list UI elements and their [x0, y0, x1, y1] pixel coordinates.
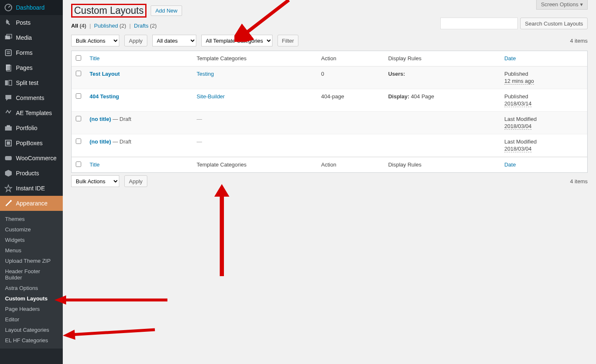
- apply-bulk-button[interactable]: Apply: [124, 35, 147, 46]
- row-category: —: [197, 138, 202, 145]
- portfolio-icon: [4, 124, 13, 132]
- col-action: Action: [317, 51, 384, 67]
- sidebar-item-label: Products: [16, 170, 39, 177]
- rules-label: Display:: [388, 93, 409, 100]
- submenu-item-editor[interactable]: Editor: [0, 314, 63, 325]
- sidebar-item-portfolio[interactable]: Portfolio: [0, 120, 63, 136]
- sidebar-item-forms[interactable]: Forms: [0, 45, 63, 60]
- table-row: 404 TestingSite-Builder404-pageDisplay: …: [72, 89, 587, 112]
- sidebar-item-woocommerce[interactable]: WooCommerce: [0, 151, 63, 166]
- row-action: 0: [321, 71, 324, 77]
- dates-filter-select[interactable]: All dates: [152, 35, 196, 46]
- submenu-item-layout-categories[interactable]: Layout Categories: [0, 325, 63, 335]
- chevron-down-icon: ▾: [580, 1, 583, 8]
- submenu-item-customize[interactable]: Customize: [0, 224, 63, 235]
- forms-icon: [4, 49, 13, 57]
- sidebar-item-pages[interactable]: Pages: [0, 60, 63, 75]
- svg-rect-12: [7, 125, 10, 127]
- comments-icon: [4, 94, 13, 102]
- submenu-item-upload-theme-zip[interactable]: Upload Theme ZIP: [0, 256, 63, 266]
- col-rules: Display Rules: [384, 51, 500, 67]
- search-input[interactable]: [440, 18, 518, 29]
- sidebar-item-label: PopBoxes: [16, 140, 43, 146]
- sidebar-item-label: Forms: [16, 49, 33, 56]
- sidebar-item-comments[interactable]: Comments: [0, 90, 63, 105]
- pages-icon: [4, 64, 13, 72]
- content-area: Screen Options ▾ Search Custom Layouts C…: [63, 0, 596, 364]
- search-button[interactable]: Search Custom Layouts: [520, 18, 588, 29]
- split-icon: [4, 79, 13, 87]
- col-date[interactable]: Date: [500, 51, 587, 67]
- posts-table: Title Template Categories Action Display…: [71, 51, 588, 173]
- table-row: Test LayoutTesting0Users:Published12 min…: [72, 67, 587, 89]
- sidebar-item-split-test[interactable]: Split test: [0, 75, 63, 90]
- row-title-suffix: — Draft: [111, 138, 131, 145]
- svg-line-1: [8, 6, 10, 8]
- items-count-bottom: 4 items: [570, 178, 588, 185]
- submenu-item-header-footer-builder[interactable]: Header Footer Builder: [0, 266, 63, 283]
- add-new-button[interactable]: Add New: [151, 5, 182, 16]
- sidebar-item-label: Dashboard: [16, 4, 45, 11]
- date-timestamp: 2018/03/14: [504, 100, 532, 107]
- select-all-checkbox-bottom[interactable]: [76, 161, 81, 167]
- sidebar-item-dashboard[interactable]: Dashboard: [0, 0, 63, 15]
- submenu-item-astra-options[interactable]: Astra Options: [0, 283, 63, 293]
- search-area: Search Custom Layouts: [440, 18, 588, 29]
- sidebar-item-label: Split test: [16, 79, 39, 86]
- submenu-item-page-headers[interactable]: Page Headers: [0, 304, 63, 314]
- sidebar-item-media[interactable]: Media: [0, 30, 63, 45]
- sidebar-item-ae-templates[interactable]: AE Templates: [0, 105, 63, 120]
- row-action: 404-page: [321, 93, 344, 100]
- bulk-actions-select[interactable]: Bulk Actions: [71, 35, 119, 46]
- col-categories-foot: Template Categories: [193, 157, 317, 172]
- svg-point-16: [10, 200, 12, 202]
- row-checkbox[interactable]: [76, 138, 81, 144]
- row-checkbox[interactable]: [76, 93, 81, 99]
- row-category-link[interactable]: Site-Builder: [197, 93, 225, 100]
- select-all-checkbox[interactable]: [76, 55, 81, 61]
- row-title-link[interactable]: Test Layout: [90, 71, 120, 77]
- row-title-link[interactable]: (no title): [90, 116, 111, 122]
- filter-button[interactable]: Filter: [277, 35, 299, 46]
- submenu-item-custom-layouts[interactable]: Custom Layouts: [0, 293, 63, 304]
- template-categories-select[interactable]: All Template Categories: [201, 35, 272, 46]
- row-title-link[interactable]: (no title): [90, 138, 111, 145]
- rules-label: Users:: [388, 71, 405, 77]
- page-header: Custom Layouts Add New: [71, 0, 588, 19]
- date-status: Last Modified: [504, 138, 537, 145]
- svg-rect-14: [7, 141, 10, 145]
- date-status: Last Modified: [504, 116, 537, 122]
- sidebar-item-posts[interactable]: Posts: [0, 15, 63, 30]
- col-date-foot[interactable]: Date: [500, 157, 587, 172]
- sidebar-item-products[interactable]: Products: [0, 166, 63, 181]
- row-checkbox[interactable]: [76, 71, 81, 76]
- submenu-item-widgets[interactable]: Widgets: [0, 235, 63, 245]
- svg-rect-9: [5, 80, 8, 85]
- filter-all[interactable]: All (4): [71, 23, 86, 29]
- row-checkbox[interactable]: [76, 116, 81, 121]
- screen-options-label: Screen Options: [541, 1, 578, 8]
- col-title[interactable]: Title: [85, 51, 193, 67]
- filter-drafts[interactable]: Drafts (2): [134, 23, 157, 29]
- sidebar-item-label: Media: [16, 34, 32, 41]
- apply-bulk-button-bottom[interactable]: Apply: [124, 175, 147, 187]
- col-title-foot[interactable]: Title: [85, 157, 193, 172]
- screen-options-toggle[interactable]: Screen Options ▾: [536, 0, 588, 10]
- submenu-item-el-hf-categories[interactable]: EL HF Categories: [0, 335, 63, 346]
- tablenav-bottom: Bulk Actions Apply 4 items: [71, 173, 588, 190]
- submenu-item-themes[interactable]: Themes: [0, 214, 63, 224]
- sidebar-item-label: Posts: [16, 19, 31, 26]
- bulk-actions-select-bottom[interactable]: Bulk Actions: [71, 175, 119, 187]
- sidebar-item-appearance[interactable]: Appearance: [0, 196, 63, 211]
- row-category-link[interactable]: Testing: [197, 71, 214, 77]
- submenu-item-menus[interactable]: Menus: [0, 245, 63, 256]
- sidebar-item-popboxes[interactable]: PopBoxes: [0, 136, 63, 151]
- ae-icon: [4, 109, 13, 117]
- sidebar-item-instant-ide[interactable]: Instant IDE: [0, 181, 63, 196]
- svg-rect-10: [9, 80, 12, 85]
- filter-published[interactable]: Published (2): [94, 23, 126, 29]
- sidebar-item-label: Pages: [16, 64, 33, 71]
- rules-value: 404 Page: [409, 93, 434, 100]
- row-title-link[interactable]: 404 Testing: [90, 93, 119, 100]
- dashboard-icon: [4, 3, 13, 12]
